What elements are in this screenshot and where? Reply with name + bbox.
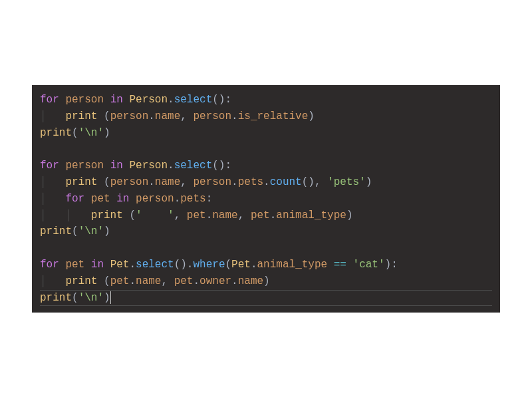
token-class: Pet: [231, 259, 251, 271]
token-punct: (: [72, 292, 78, 304]
token-punct: ():: [212, 94, 231, 106]
token-dot: .: [231, 275, 238, 287]
token-string: 'pets': [327, 176, 366, 188]
token-string: '\n': [78, 225, 104, 237]
indent-guide: │: [40, 275, 65, 287]
token-var: pets: [180, 193, 205, 205]
token-punct: ): [346, 209, 353, 221]
code-line[interactable]: for person in Person.select():: [40, 92, 492, 108]
token-punct: ,: [180, 176, 193, 188]
token-func: print: [40, 292, 72, 304]
token-kw-in: in: [116, 193, 136, 205]
token-dot: .: [263, 176, 270, 188]
indent-guide: │: [65, 209, 90, 221]
token-dot: .: [251, 259, 257, 271]
token-punct: (: [72, 225, 78, 237]
token-var: person: [193, 110, 231, 122]
code-line[interactable]: │ │ print (' ', pet.name, pet.animal_typ…: [40, 207, 492, 224]
code-line[interactable]: print('\n'): [40, 290, 492, 307]
token-punct: ):: [385, 259, 398, 271]
token-dot: .: [129, 275, 136, 287]
token-dot: .: [168, 160, 174, 172]
token-punct: :: [206, 193, 213, 205]
code-line[interactable]: print('\n'): [40, 125, 492, 142]
token-string: 'cat': [353, 259, 385, 271]
indent-guide: │: [40, 209, 65, 221]
token-var: pet: [174, 275, 194, 287]
token-dot: .: [231, 176, 238, 188]
token-dot: .: [148, 176, 155, 188]
token-punct: ): [308, 110, 315, 122]
token-var: animal_type: [257, 259, 328, 271]
token-kw-in: in: [91, 259, 110, 271]
token-var: is_relative: [238, 110, 309, 122]
token-var: pet: [91, 193, 116, 205]
indent-guide: │: [40, 193, 65, 205]
token-var: pet: [187, 209, 206, 221]
token-string: ' ': [136, 209, 174, 221]
token-var: person: [136, 193, 174, 205]
token-var: pets: [238, 176, 263, 188]
token-string: '\n': [78, 127, 104, 139]
token-punct: ): [104, 292, 110, 304]
token-var: pet: [110, 275, 130, 287]
token-var: person: [110, 110, 149, 122]
token-var: person: [193, 176, 231, 188]
token-var: person: [65, 94, 110, 106]
token-punct: ,: [238, 209, 251, 221]
token-string: '\n': [78, 292, 104, 304]
token-punct: ():: [212, 160, 231, 172]
token-func: print: [65, 110, 97, 122]
token-punct: (: [97, 110, 110, 122]
code-line[interactable]: for pet in Pet.select().where(Pet.animal…: [40, 257, 492, 273]
token-func: print: [65, 176, 97, 188]
token-class: Person: [129, 94, 168, 106]
token-punct: ,: [161, 275, 174, 287]
token-var: name: [155, 176, 180, 188]
text-cursor: [110, 291, 111, 304]
code-editor[interactable]: for person in Person.select():│ print (p…: [32, 85, 500, 313]
token-var: name: [155, 110, 180, 122]
code-line[interactable]: │ for pet in person.pets:: [40, 191, 492, 207]
token-method: where: [193, 259, 225, 271]
code-line[interactable]: │ print (pet.name, pet.owner.name): [40, 273, 492, 290]
token-var: owner: [200, 275, 231, 287]
token-punct: (),: [302, 176, 327, 188]
token-op: ==: [327, 259, 352, 271]
token-punct: ): [263, 275, 270, 287]
token-func: print: [91, 209, 123, 221]
code-line[interactable]: print('\n'): [40, 223, 492, 240]
token-punct: (: [123, 209, 136, 221]
token-kw-for: for: [40, 160, 65, 172]
token-func: print: [40, 225, 72, 237]
token-var: name: [238, 275, 263, 287]
code-line[interactable]: │ print (person.name, person.is_relative…: [40, 108, 492, 125]
token-dot: .: [168, 94, 174, 106]
token-class: Pet: [110, 259, 130, 271]
token-class: Person: [129, 160, 168, 172]
token-method: select: [174, 160, 213, 172]
token-punct: (: [97, 275, 110, 287]
token-method: select: [136, 259, 174, 271]
code-line[interactable]: │ print (person.name, person.pets.count(…: [40, 174, 492, 191]
token-var: name: [212, 209, 237, 221]
token-func: print: [65, 275, 97, 287]
token-kw-in: in: [110, 160, 130, 172]
token-punct: (: [97, 176, 110, 188]
code-line[interactable]: [40, 240, 492, 257]
token-method: count: [270, 176, 302, 188]
token-punct: ): [366, 176, 372, 188]
token-punct: ): [104, 225, 110, 237]
token-punct: (: [72, 127, 78, 139]
token-dot: .: [174, 193, 181, 205]
token-dot: .: [129, 259, 136, 271]
token-dot: .: [270, 209, 277, 221]
token-method: select: [174, 94, 213, 106]
token-kw-in: in: [110, 94, 130, 106]
indent-guide: │: [40, 110, 65, 122]
token-var: person: [65, 160, 110, 172]
code-line[interactable]: [40, 141, 492, 158]
code-line[interactable]: for person in Person.select():: [40, 158, 492, 174]
token-kw-for: for: [65, 193, 90, 205]
token-var: pet: [251, 209, 270, 221]
